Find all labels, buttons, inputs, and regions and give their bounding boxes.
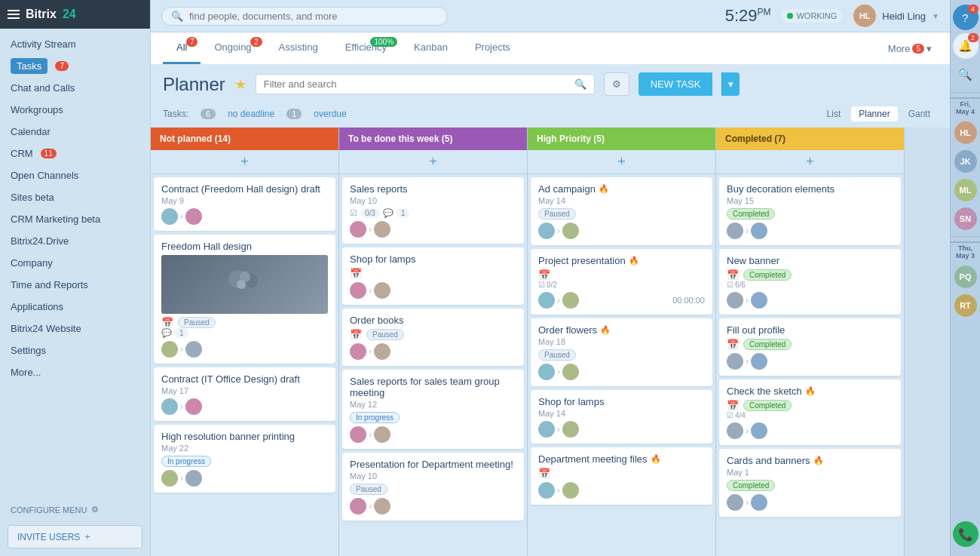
column-completed: Completed (7) + Buy decoration elements …: [716, 127, 905, 556]
avatar: [538, 364, 555, 380]
avatar: [161, 341, 178, 358]
card-order-flowers[interactable]: Order flowers 🔥 May 18 Paused ›: [531, 318, 712, 386]
crm-badge: 11: [41, 149, 57, 158]
tab-all[interactable]: All 7: [163, 32, 201, 64]
card-shop-lamps2[interactable]: Shop for lamps May 14 ›: [531, 390, 712, 444]
tab-more[interactable]: More 5 ▾: [882, 34, 938, 63]
card-project-presentation[interactable]: Project presentation 🔥 📅 ☑ 0/2 › 00:00:0…: [531, 249, 712, 315]
card-presentation-dept[interactable]: Presentation for Department meeting! May…: [342, 453, 524, 521]
planner-header: Planner ★ 🔍 ⚙ NEW TASK ▾: [151, 65, 950, 103]
global-search-button[interactable]: 🔍: [953, 62, 978, 88]
sidebar-item-crm-marketing[interactable]: CRM Marketing beta: [0, 208, 150, 230]
card-contract-it[interactable]: Contract (IT Office Design) draft May 17…: [154, 367, 335, 421]
add-card-not-planned[interactable]: +: [151, 150, 338, 174]
user-avatar-4[interactable]: SN: [953, 206, 978, 232]
star-icon[interactable]: ★: [234, 76, 247, 93]
add-card-high-priority[interactable]: +: [528, 150, 715, 174]
calendar-icon: 📅: [350, 329, 362, 340]
avatar: [374, 221, 390, 238]
status-badge: In progress: [161, 456, 211, 467]
user-avatar-1[interactable]: HL: [953, 120, 978, 146]
user-avatar-3[interactable]: ML: [953, 177, 978, 203]
user-avatar-6[interactable]: RT: [953, 293, 978, 318]
fire-icon: 🔥: [651, 454, 661, 464]
page-title: Planner: [163, 74, 225, 95]
fire-icon: 🔥: [600, 325, 611, 335]
card-fill-profile[interactable]: Fill out profile 📅 Completed ›: [719, 318, 901, 376]
card-check-sketch[interactable]: Check the sketch 🔥 📅 Completed ☑ 4/4 ›: [719, 379, 901, 445]
sidebar-item-sites[interactable]: Sites beta: [0, 186, 150, 208]
card-banner-printing[interactable]: High resolution banner printing May 22 I…: [154, 425, 335, 493]
card-sales-reports-meeting[interactable]: Sales reports for sales team group meeti…: [342, 370, 524, 449]
sidebar-item-drive[interactable]: Bitrix24.Drive: [0, 230, 150, 252]
date-label-fri: Fri, May 4: [951, 97, 980, 117]
settings-button[interactable]: ⚙: [604, 72, 629, 96]
phone-button[interactable]: 📞: [953, 521, 978, 551]
sidebar-item-tasks[interactable]: Tasks 7: [0, 55, 150, 77]
column-to-be-done: To be done this week (5) + Sales reports…: [339, 127, 528, 556]
timer-display: 00:00:00: [672, 296, 705, 305]
new-task-dropdown-button[interactable]: ▾: [721, 72, 740, 96]
configure-menu[interactable]: CONFIGURE MENU ⚙: [0, 497, 150, 522]
card-sales-reports[interactable]: Sales reports May 10 ☑ 0/3 💬 1 ›: [342, 177, 524, 244]
view-switcher: List Planner Gantt: [819, 106, 938, 121]
card-freedom-hall-design[interactable]: Freedom Hall design 📅 Paused: [154, 235, 335, 364]
chevron-down-icon: ▾: [926, 43, 932, 54]
avatar: [751, 422, 767, 439]
avatar: [374, 426, 390, 443]
sidebar-item-applications[interactable]: Applications: [0, 296, 150, 318]
tab-assisting[interactable]: Assisting: [265, 32, 332, 64]
card-new-banner[interactable]: New banner 📅 Completed ☑ 6/6 ›: [719, 249, 901, 315]
sidebar-item-company[interactable]: Company: [0, 252, 150, 274]
card-contract-freedom[interactable]: Contract (Freedom Hall design) draft May…: [154, 177, 335, 231]
calendar-icon: 📅: [727, 269, 739, 281]
new-task-button[interactable]: NEW TASK: [639, 72, 713, 96]
sidebar-item-activity[interactable]: Activity Stream: [0, 33, 150, 55]
sidebar-item-settings[interactable]: Settings: [0, 339, 150, 361]
sidebar-item-time-reports[interactable]: Time and Reports: [0, 274, 150, 296]
planner-view-button[interactable]: Planner: [851, 106, 897, 121]
invite-users-button[interactable]: INVITE USERS ＋: [8, 525, 142, 548]
add-card-to-be-done[interactable]: +: [339, 150, 527, 174]
sidebar-item-website[interactable]: Bitrix24 Website: [0, 318, 150, 339]
tasks-badge: 7: [55, 61, 69, 71]
user-avatar-5[interactable]: PQ: [953, 264, 978, 290]
gantt-view-button[interactable]: Gantt: [901, 106, 938, 121]
sidebar-item-more[interactable]: More...: [0, 361, 150, 383]
card-ad-campaign[interactable]: Ad campaign 🔥 May 14 Paused ›: [531, 177, 712, 245]
sidebar-item-chat[interactable]: Chat and Calls: [0, 77, 150, 99]
search-input[interactable]: [189, 11, 438, 22]
card-cards-banners[interactable]: Cards and banners 🔥 May 1 Completed ›: [719, 449, 901, 517]
hamburger-menu[interactable]: [8, 10, 20, 19]
card-dept-meeting-files[interactable]: Department meeting files 🔥 📅 ›: [531, 447, 712, 505]
sidebar: Bitrix 24 Activity Stream Tasks 7 Chat a…: [0, 0, 151, 556]
help-button[interactable]: ? 4: [953, 5, 978, 30]
card-shop-lamps1[interactable]: Shop for lamps 📅 ›: [342, 247, 524, 305]
sidebar-item-crm[interactable]: CRM 11: [0, 143, 150, 164]
card-order-books[interactable]: Order books 📅 Paused ›: [342, 309, 524, 366]
tab-efficiency[interactable]: Efficiency 100%: [332, 32, 400, 64]
search-box[interactable]: 🔍: [161, 7, 448, 26]
tab-ongoing[interactable]: Ongoing 2: [201, 32, 265, 64]
sidebar-item-open-channels[interactable]: Open Channels: [0, 164, 150, 186]
sidebar-item-calendar[interactable]: Calendar: [0, 121, 150, 143]
sidebar-item-workgroups[interactable]: Workgroups: [0, 99, 150, 121]
overdue-link[interactable]: overdue: [314, 109, 346, 119]
user-avatar-2[interactable]: JK: [953, 149, 978, 174]
filter-search-input[interactable]: [264, 78, 568, 90]
user-info[interactable]: HL Heidi Ling ▼: [853, 5, 939, 27]
add-card-completed[interactable]: +: [716, 150, 904, 174]
notifications-button[interactable]: 🔔 2: [953, 33, 978, 59]
filter-search-box[interactable]: 🔍: [256, 74, 595, 94]
chevron-down-icon: ▼: [932, 12, 939, 20]
tab-projects[interactable]: Projects: [461, 32, 524, 64]
card-image: [161, 255, 328, 314]
no-deadline-link[interactable]: no deadline: [228, 109, 274, 119]
search-icon: 🔍: [574, 78, 586, 90]
avatar: [161, 470, 178, 487]
fire-icon: 🔥: [813, 456, 824, 465]
list-view-button[interactable]: List: [819, 106, 849, 121]
status-badge: Paused: [366, 329, 404, 340]
tab-kanban[interactable]: Kanban: [400, 32, 461, 64]
card-buy-decoration[interactable]: Buy decoration elements May 15 Completed…: [719, 177, 901, 245]
